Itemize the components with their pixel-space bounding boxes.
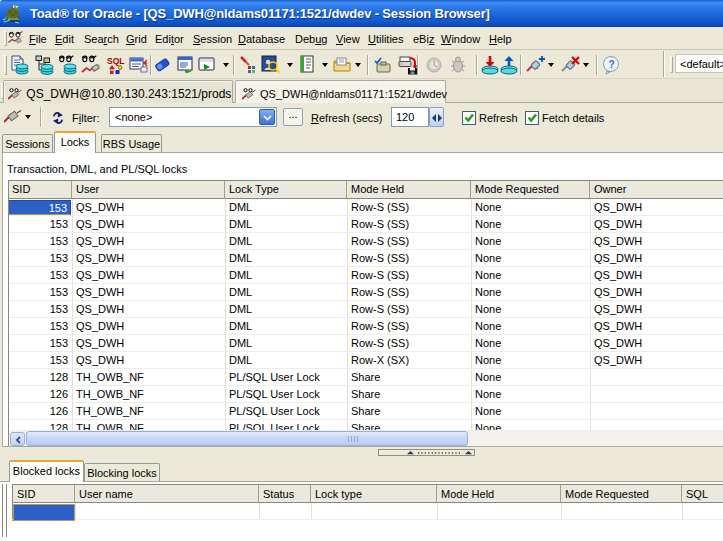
svg-text:?: ?: [609, 59, 615, 70]
svg-text:SQL: SQL: [107, 56, 124, 66]
